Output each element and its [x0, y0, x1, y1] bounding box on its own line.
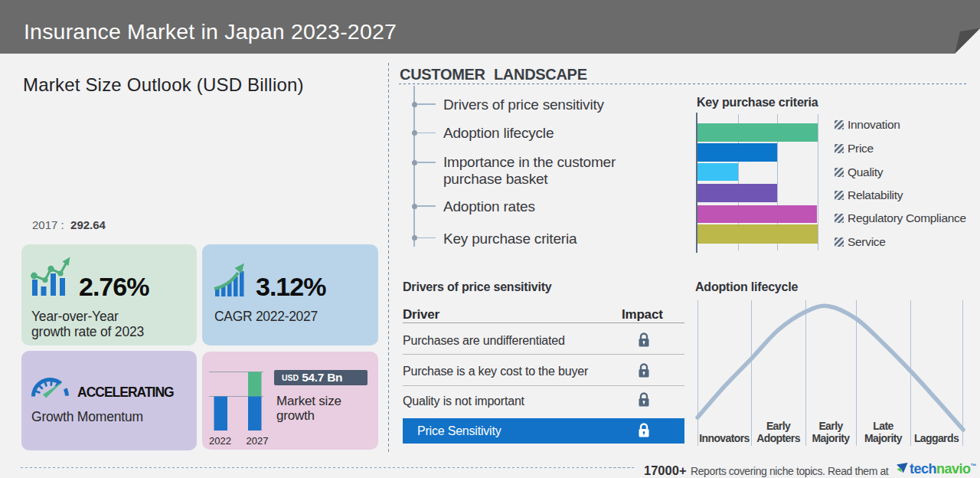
- svg-text:2022: 2022: [209, 435, 231, 447]
- svg-text:2027: 2027: [247, 435, 269, 447]
